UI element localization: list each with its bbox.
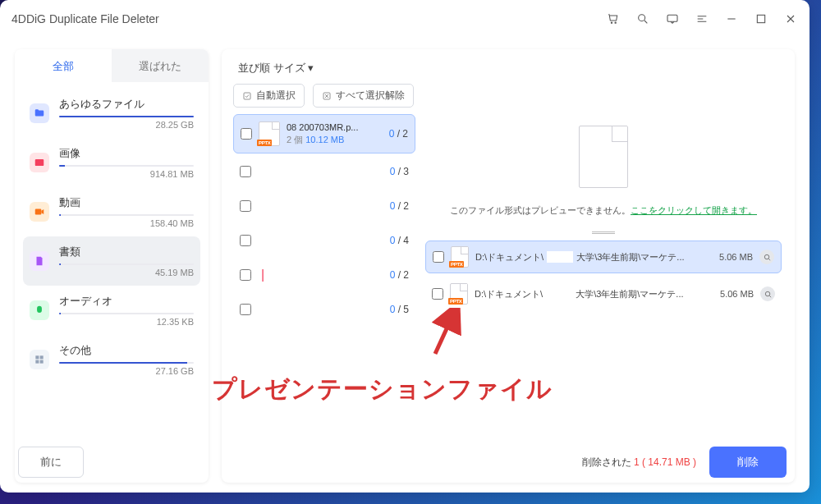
auto-select-button[interactable]: 自動選択 (233, 84, 305, 108)
category-folder[interactable]: あらゆるファイル28.25 GB (23, 89, 200, 138)
group-row[interactable]: 0 / 3 (233, 155, 415, 188)
group-row[interactable]: 0 / 2 (233, 190, 415, 222)
file-row[interactable]: PPTX D:\ドキュメント\大学\3年生前期\マーケテ... 5.06 MB (425, 241, 782, 273)
svg-rect-5 (35, 355, 39, 359)
svg-rect-6 (40, 355, 44, 359)
category-doc[interactable]: 書類45.19 MB (23, 236, 200, 286)
deleted-summary: 削除された 1 ( 14.71 MB ) (582, 456, 696, 470)
feedback-icon[interactable] (665, 11, 680, 26)
app-window: 4DDiG Duplicate File Deleter 全部 選ばれた あらゆ… (0, 0, 810, 493)
file-row[interactable]: PPTX D:\ドキュメント\大学\3年生前期\マーケテ... 5.06 MB (425, 278, 782, 309)
minimize-icon[interactable] (724, 11, 739, 26)
menu-icon[interactable] (695, 11, 709, 26)
tab-selected[interactable]: 選ばれた (112, 49, 209, 82)
group-row[interactable]: 0 / 5 (233, 293, 415, 326)
preview-message: このファイル形式はプレビューできません。ここをクリックして開きます。 (425, 204, 782, 217)
deselect-all-button[interactable]: すべて選択解除 (313, 84, 414, 108)
preview-panel: このファイル形式はプレビューできません。ここをクリックして開きます。 PPTX … (424, 114, 783, 473)
svg-rect-7 (35, 360, 39, 364)
group-row[interactable]: 0 / 4 (233, 224, 415, 257)
svg-point-11 (764, 254, 769, 259)
svg-rect-2 (757, 15, 764, 22)
category-video[interactable]: 動画158.40 MB (23, 187, 200, 236)
svg-rect-8 (40, 360, 44, 364)
app-title: 4DDiG Duplicate File Deleter (11, 12, 159, 25)
category-other[interactable]: その他27.16 GB (23, 335, 200, 384)
svg-point-12 (765, 291, 770, 296)
group-list: PPTX 08 200703MR.p...2 個 10.12 MB0 / 20 … (233, 114, 415, 473)
group-checkbox[interactable] (240, 235, 251, 246)
maximize-icon[interactable] (754, 11, 768, 26)
file-list: PPTX D:\ドキュメント\大学\3年生前期\マーケテ... 5.06 MB … (425, 241, 782, 309)
close-icon[interactable] (783, 11, 798, 26)
search-icon[interactable] (635, 11, 650, 26)
svg-point-0 (639, 15, 645, 21)
sort-dropdown[interactable]: 並び順 サイズ ▾ (233, 57, 783, 84)
delete-button[interactable]: 削除 (709, 447, 787, 478)
category-audio[interactable]: オーディオ12.35 KB (23, 286, 200, 335)
svg-rect-9 (244, 93, 250, 99)
group-checkbox[interactable] (240, 269, 251, 281)
category-image[interactable]: 画像914.81 MB (23, 138, 200, 187)
svg-rect-4 (35, 209, 42, 215)
resize-handle[interactable] (592, 231, 615, 234)
sidebar: 全部 選ばれた あらゆるファイル28.25 GB 画像914.81 MB 動画1… (15, 49, 209, 483)
file-checkbox[interactable] (432, 288, 443, 300)
prev-button[interactable]: 前に (18, 447, 84, 478)
open-file-link[interactable]: ここをクリックして開きます。 (631, 205, 757, 215)
file-checkbox[interactable] (433, 251, 444, 263)
view-file-icon[interactable] (760, 286, 775, 301)
svg-rect-3 (35, 159, 44, 166)
group-row[interactable]: |0 / 2 (233, 259, 415, 291)
group-checkbox[interactable] (240, 304, 251, 315)
group-checkbox[interactable] (240, 166, 251, 177)
group-checkbox[interactable] (241, 128, 252, 140)
content-panel: 並び順 サイズ ▾ 自動選択 すべて選択解除 PPTX 08 200703MR.… (222, 49, 795, 483)
titlebar: 4DDiG Duplicate File Deleter (0, 0, 810, 38)
group-checkbox[interactable] (240, 200, 251, 212)
cart-icon[interactable] (606, 11, 621, 26)
preview-placeholder-icon (579, 126, 628, 188)
view-file-icon[interactable] (759, 250, 774, 264)
tab-all[interactable]: 全部 (15, 49, 112, 82)
group-row[interactable]: PPTX 08 200703MR.p...2 個 10.12 MB0 / 2 (233, 114, 415, 153)
